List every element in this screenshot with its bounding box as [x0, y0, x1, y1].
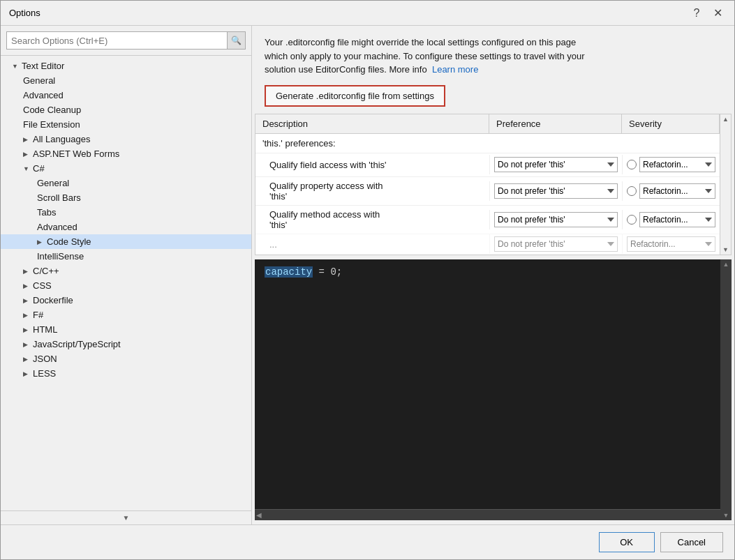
code-hscrollbar[interactable]: ◀ ▶: [255, 509, 732, 520]
tree-item-file-extension[interactable]: File Extension: [1, 117, 251, 132]
tree-item-general[interactable]: General: [1, 73, 251, 88]
tree-item-javascript[interactable]: JavaScript/TypeScript: [1, 337, 251, 351]
tree-item-aspnet[interactable]: ASP.NET Web Forms: [1, 146, 251, 161]
tree-item-code-cleanup[interactable]: Code Cleanup: [1, 103, 251, 117]
help-button[interactable]: ?: [688, 5, 705, 22]
row-sev: Refactorin... Warning Error None: [622, 181, 720, 201]
tree-label: C/C++: [33, 266, 59, 276]
table-row: Qualify property access with'this' Do no…: [255, 176, 720, 205]
tree-item-less[interactable]: LESS: [1, 366, 251, 381]
row-desc: Qualify property access with'this': [255, 177, 489, 205]
radio-icon[interactable]: [627, 186, 637, 196]
tree-label: C#: [33, 163, 45, 174]
tree-item-advanced[interactable]: Advanced: [1, 88, 251, 103]
row-pref[interactable]: Do not prefer 'this' Prefer 'this': [489, 155, 622, 174]
triangle-icon: [23, 370, 30, 377]
triangle-icon: [12, 63, 19, 70]
tree-item-css[interactable]: CSS: [1, 278, 251, 293]
cancel-button[interactable]: Cancel: [660, 532, 723, 552]
row-desc: Qualify method access with'this': [255, 206, 489, 234]
tree-item-dockerfile[interactable]: Dockerfile: [1, 293, 251, 308]
settings-table: Description Preference Severity 'this.' …: [255, 114, 732, 255]
search-box: 🔍: [1, 26, 251, 56]
dialog-title: Options: [9, 8, 40, 18]
tree-label: HTML: [33, 324, 57, 335]
triangle-icon: [23, 165, 30, 172]
tree-area: Text Editor General Advanced Code Cleanu…: [1, 56, 251, 510]
header-description: Description: [255, 114, 489, 133]
generate-editorconfig-button[interactable]: Generate .editorconfig file from setting…: [265, 85, 445, 107]
tree-item-all-languages[interactable]: All Languages: [1, 132, 251, 146]
tree-label: Code Style: [47, 236, 91, 247]
table-row: Qualify method access with'this' Do not …: [255, 205, 720, 234]
tree-label: F#: [33, 310, 43, 320]
hscroll-left-btn[interactable]: ◀: [256, 511, 262, 519]
code-scroll-down[interactable]: ▼: [723, 512, 729, 519]
tree-item-code-style[interactable]: Code Style: [1, 234, 251, 249]
row-desc: ...: [255, 236, 489, 253]
tree-label: All Languages: [33, 134, 90, 144]
triangle-icon: [23, 136, 30, 143]
learn-more-link[interactable]: Learn more: [432, 64, 478, 75]
sev-dropdown[interactable]: Refactorin... Warning Error None: [639, 212, 715, 227]
tree-item-csharp-advanced[interactable]: Advanced: [1, 220, 251, 234]
code-highlight: capacity: [265, 266, 313, 278]
dialog-footer: OK Cancel: [1, 524, 734, 559]
close-button[interactable]: ✕: [709, 5, 726, 22]
options-dialog: Options ? ✕ 🔍 Text Editor General Advanc…: [0, 0, 735, 560]
search-input[interactable]: [6, 31, 228, 50]
row-pref[interactable]: Do not prefer 'this': [489, 234, 622, 254]
tree-item-tabs[interactable]: Tabs: [1, 205, 251, 220]
title-controls: ? ✕: [688, 5, 726, 22]
tree-item-cpp[interactable]: C/C++: [1, 264, 251, 278]
dialog-body: 🔍 Text Editor General Advanced Code Clea…: [1, 26, 734, 524]
tree-item-csharp-general[interactable]: General: [1, 176, 251, 190]
notice-text: Your .editorconfig file might override t…: [265, 37, 585, 75]
pref-dropdown[interactable]: Do not prefer 'this' Prefer 'this': [494, 157, 618, 172]
section-this-prefs: 'this.' preferences:: [255, 134, 720, 153]
triangle-icon: [23, 282, 30, 289]
tree-label: JSON: [33, 354, 57, 364]
notice-area: Your .editorconfig file might override t…: [252, 26, 734, 82]
tree-item-text-editor[interactable]: Text Editor: [1, 59, 251, 73]
row-desc: Qualify field access with 'this': [255, 156, 489, 174]
row-pref[interactable]: Do not prefer 'this' Prefer 'this': [489, 210, 622, 229]
radio-icon[interactable]: [627, 160, 637, 169]
triangle-icon: [37, 239, 44, 245]
pref-dropdown[interactable]: Do not prefer 'this' Prefer 'this': [494, 183, 618, 199]
tree-label: CSS: [33, 280, 52, 291]
code-vscrollbar[interactable]: ▲ ▼: [720, 259, 732, 521]
tree-item-html[interactable]: HTML: [1, 322, 251, 337]
tree-item-csharp[interactable]: C#: [1, 161, 251, 176]
right-panel: Your .editorconfig file might override t…: [252, 26, 734, 524]
tree-item-json[interactable]: JSON: [1, 351, 251, 366]
scroll-down-btn[interactable]: ▼: [721, 245, 730, 255]
row-sev: Refactorin... Warning Error None: [622, 210, 720, 229]
tree-item-intellisense[interactable]: IntelliSense: [1, 249, 251, 264]
search-icon[interactable]: 🔍: [228, 31, 246, 50]
title-bar: Options ? ✕: [1, 1, 734, 26]
left-panel: 🔍 Text Editor General Advanced Code Clea…: [1, 26, 252, 524]
sev-dropdown[interactable]: Refactorin... Warning Error None: [639, 183, 715, 199]
radio-icon[interactable]: [627, 215, 637, 225]
triangle-icon: [23, 326, 30, 333]
ok-button[interactable]: OK: [599, 532, 655, 552]
table-scrollbar[interactable]: ▲ ▼: [720, 114, 731, 255]
hscroll-track[interactable]: [265, 513, 722, 518]
tree-item-fsharp[interactable]: F#: [1, 308, 251, 322]
sev-dropdown[interactable]: Refactorin...: [627, 236, 715, 252]
tree-label: Dockerfile: [33, 295, 73, 305]
tree-item-scroll-bars[interactable]: Scroll Bars: [1, 190, 251, 205]
code-content: capacity = 0;: [255, 259, 732, 510]
tree-label: JavaScript/TypeScript: [33, 339, 121, 349]
pref-dropdown[interactable]: Do not prefer 'this': [494, 236, 618, 252]
row-pref[interactable]: Do not prefer 'this' Prefer 'this': [489, 181, 622, 201]
code-scroll-up[interactable]: ▲: [723, 261, 729, 268]
pref-dropdown[interactable]: Do not prefer 'this' Prefer 'this': [494, 212, 618, 227]
code-rest: = 0;: [313, 266, 342, 278]
tree-label: LESS: [33, 368, 56, 379]
sev-dropdown[interactable]: Refactorin... Warning Error None: [639, 157, 715, 172]
triangle-icon: [23, 312, 30, 319]
scroll-down-indicator[interactable]: ▼: [123, 514, 130, 522]
scroll-up-btn[interactable]: ▲: [721, 114, 730, 124]
